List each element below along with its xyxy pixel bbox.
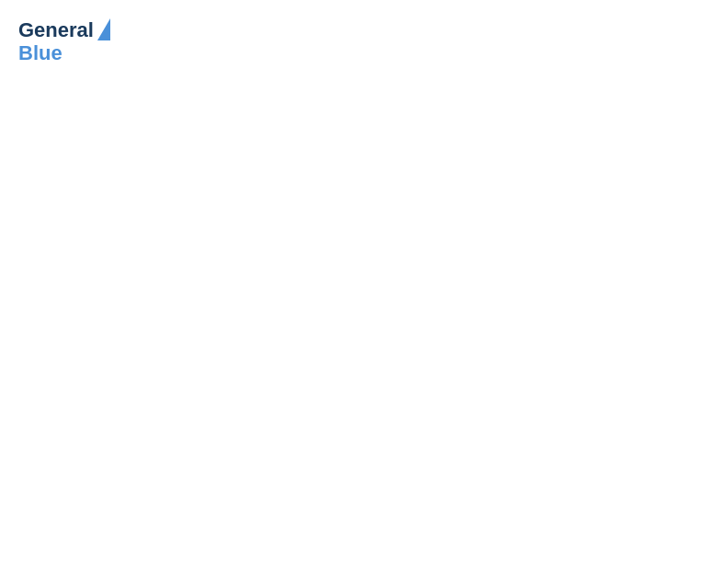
- page-header: General Blue: [18, 18, 710, 64]
- logo-triangle-icon: [97, 18, 110, 40]
- logo: General Blue: [18, 18, 110, 64]
- logo-text-line1: General: [18, 19, 94, 41]
- logo-text-line2: Blue: [18, 42, 63, 64]
